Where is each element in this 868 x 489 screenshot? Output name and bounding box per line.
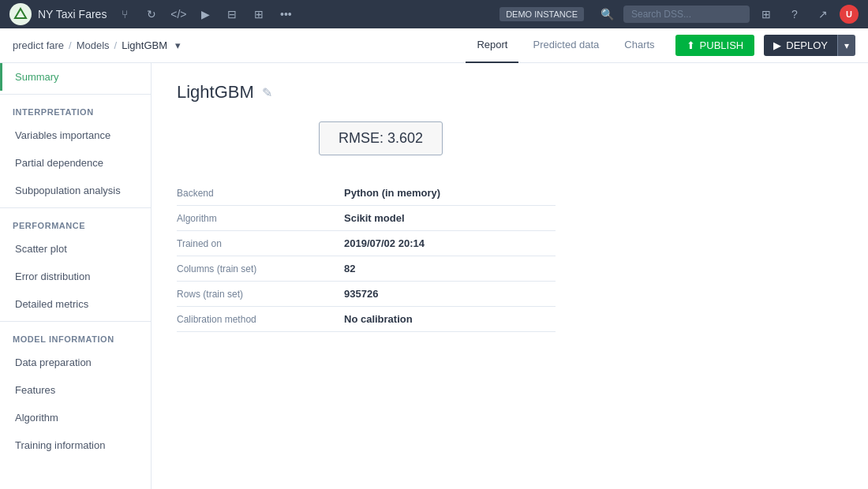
second-nav-right: Report Predicted data Charts ⬆ PUBLISH ▶… — [466, 28, 855, 63]
table-row: Trained on 2019/07/02 20:14 — [177, 231, 556, 256]
code-icon[interactable]: </> — [166, 2, 190, 26]
sidebar-item-subpopulation-analysis[interactable]: Subpopulation analysis — [0, 177, 151, 204]
svg-marker-0 — [15, 9, 26, 18]
top-nav-icons: ⑂ ↻ </> ▶ ⊟ ⊞ ••• — [113, 2, 297, 26]
breadcrumb-current: LightGBM — [122, 39, 167, 51]
breadcrumb-project[interactable]: predict fare — [13, 39, 64, 51]
edit-icon[interactable]: ✎ — [262, 85, 272, 100]
table-cell-label: Columns (train set) — [177, 256, 335, 282]
breadcrumb-dropdown-icon[interactable]: ▾ — [175, 39, 181, 51]
table-cell-value: Python (in memory) — [335, 181, 556, 206]
sidebar-header-interpretation: INTERPRETATION — [0, 98, 151, 121]
top-nav-left: NY Taxi Fares ⑂ ↻ </> ▶ ⊟ ⊞ ••• — [9, 2, 297, 26]
table-row: Algorithm Scikit model — [177, 206, 556, 231]
model-name: LightGBM — [177, 82, 254, 103]
table-cell-value: 82 — [335, 256, 556, 282]
table-row: Backend Python (in memory) — [177, 181, 556, 206]
sidebar-item-features[interactable]: Features — [0, 376, 151, 404]
refresh-icon[interactable]: ↻ — [140, 2, 163, 26]
table-cell-label: Rows (train set) — [177, 282, 335, 307]
grid-small-icon[interactable]: ⊞ — [247, 2, 271, 26]
deploy-button-group: ▶ DEPLOY ▾ — [764, 35, 855, 56]
sidebar-item-algorithm[interactable]: Algorithm — [0, 404, 151, 431]
breadcrumb: predict fare / Models / LightGBM ▾ — [13, 39, 181, 51]
table-cell-label: Backend — [177, 181, 335, 206]
breadcrumb-sep-1: / — [69, 39, 72, 51]
table-cell-value: Scikit model — [335, 206, 556, 231]
analytics-icon[interactable]: ↗ — [811, 2, 835, 26]
sidebar-item-variables-importance[interactable]: Variables importance — [0, 121, 151, 149]
play-icon[interactable]: ▶ — [193, 2, 217, 26]
publish-icon: ⬆ — [687, 39, 695, 51]
sidebar-divider-3 — [0, 321, 151, 322]
main-content: LightGBM ✎ RMSE: 3.602 Backend Python (i… — [152, 63, 868, 489]
sidebar-item-data-preparation[interactable]: Data preparation — [0, 349, 151, 376]
rmse-value: RMSE: 3.602 — [339, 130, 423, 146]
demo-badge: DEMO INSTANCE — [499, 7, 584, 21]
table-row: Calibration method No calibration — [177, 307, 556, 332]
sidebar-item-partial-dependence[interactable]: Partial dependence — [0, 149, 151, 177]
more-icon[interactable]: ••• — [274, 2, 297, 26]
publish-button[interactable]: ⬆ PUBLISH — [675, 35, 755, 56]
branch-icon[interactable]: ⑂ — [113, 2, 137, 26]
deploy-icon[interactable]: ⊟ — [220, 2, 244, 26]
rmse-box: RMSE: 3.602 — [319, 121, 443, 155]
breadcrumb-models[interactable]: Models — [77, 39, 110, 51]
sidebar: Summary INTERPRETATION Variables importa… — [0, 63, 152, 489]
tab-report[interactable]: Report — [466, 28, 518, 63]
sidebar-item-scatter-plot[interactable]: Scatter plot — [0, 235, 151, 263]
app-title: NY Taxi Fares — [38, 8, 107, 21]
table-row: Columns (train set) 82 — [177, 256, 556, 282]
sidebar-item-summary[interactable]: Summary — [0, 63, 151, 91]
sidebar-header-model-information: MODEL INFORMATION — [0, 325, 151, 349]
top-nav-right: DEMO INSTANCE 🔍 ⊞ ? ↗ U — [499, 2, 859, 26]
table-cell-label: Algorithm — [177, 206, 335, 231]
apps-grid-icon[interactable]: ⊞ — [754, 2, 778, 26]
table-cell-label: Calibration method — [177, 307, 335, 332]
sidebar-item-error-distribution[interactable]: Error distribution — [0, 263, 151, 290]
sidebar-item-training-information[interactable]: Training information — [0, 431, 151, 459]
model-title-row: LightGBM ✎ — [177, 82, 843, 103]
tab-predicted-data[interactable]: Predicted data — [522, 28, 610, 63]
table-cell-label: Trained on — [177, 231, 335, 256]
search-icon: 🔍 — [595, 2, 619, 26]
sidebar-item-detailed-metrics[interactable]: Detailed metrics — [0, 290, 151, 318]
deploy-button[interactable]: ▶ DEPLOY — [764, 35, 837, 56]
table-cell-value: No calibration — [335, 307, 556, 332]
second-nav-bar: predict fare / Models / LightGBM ▾ Repor… — [0, 28, 868, 63]
table-cell-value: 935726 — [335, 282, 556, 307]
user-avatar[interactable]: U — [840, 5, 859, 24]
table-row: Rows (train set) 935726 — [177, 282, 556, 307]
top-nav-bar: NY Taxi Fares ⑂ ↻ </> ▶ ⊟ ⊞ ••• DEMO INS… — [0, 0, 868, 28]
sidebar-divider-2 — [0, 207, 151, 208]
sidebar-header-performance: PERFORMANCE — [0, 211, 151, 235]
breadcrumb-sep-2: / — [114, 39, 118, 51]
tab-charts[interactable]: Charts — [613, 28, 665, 63]
table-cell-value: 2019/07/02 20:14 — [335, 231, 556, 256]
deploy-play-icon: ▶ — [773, 39, 781, 51]
model-info-table: Backend Python (in memory) Algorithm Sci… — [177, 181, 556, 332]
sidebar-divider-1 — [0, 94, 151, 95]
help-icon[interactable]: ? — [783, 2, 806, 26]
search-input[interactable] — [623, 6, 750, 23]
deploy-dropdown-icon[interactable]: ▾ — [837, 35, 855, 56]
main-layout: Summary INTERPRETATION Variables importa… — [0, 63, 868, 489]
app-logo — [9, 3, 32, 25]
